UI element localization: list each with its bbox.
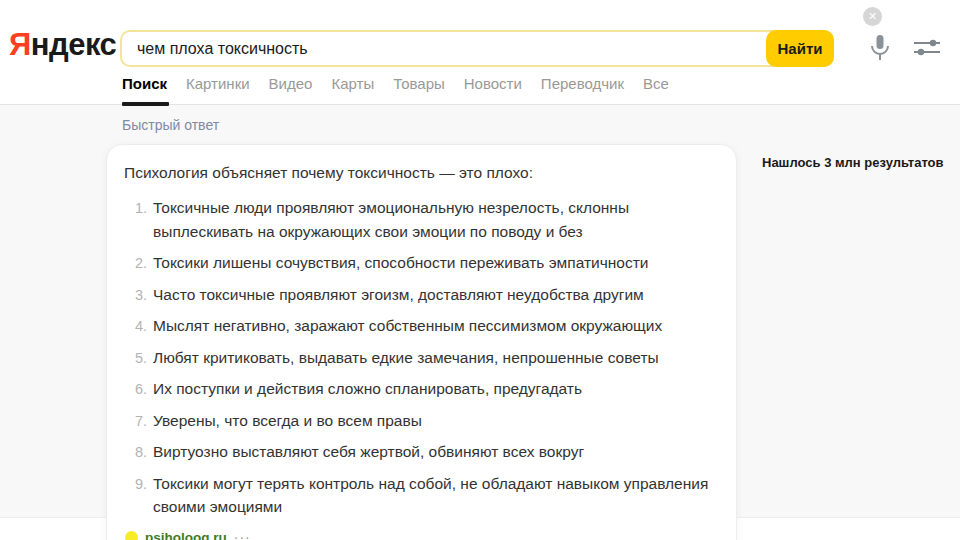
- list-item: Часто токсичные проявляют эгоизм, достав…: [151, 283, 719, 307]
- answer-title: Психология объясняет почему токсичность …: [124, 164, 719, 182]
- search-bar: Найти: [120, 30, 834, 67]
- results-count: Нашлось 3 млн результатов: [762, 155, 944, 170]
- source-domain[interactable]: psiholoog.ru: [145, 530, 227, 540]
- list-item: Виртуозно выставляют себя жертвой, обвин…: [151, 440, 719, 464]
- site-favicon-icon: [125, 531, 138, 540]
- list-item: Токсики лишены сочувствия, способности п…: [151, 251, 719, 275]
- tab-search[interactable]: Поиск: [122, 75, 167, 104]
- tab-translate[interactable]: Переводчик: [541, 75, 624, 104]
- search-input[interactable]: [122, 32, 766, 65]
- tab-maps[interactable]: Карты: [331, 75, 374, 104]
- list-item: Токсичные люди проявляют эмоциональную н…: [151, 196, 719, 243]
- quick-answer-card: Психология объясняет почему токсичность …: [106, 144, 737, 540]
- list-item: Их поступки и действия сложно спланирова…: [151, 377, 719, 401]
- yandex-serp-page: Яндекс Найти ✕ Поиск Картинки Видео Карт…: [0, 0, 960, 540]
- yandex-logo[interactable]: Яндекс: [9, 27, 116, 63]
- microphone-icon[interactable]: [866, 33, 894, 63]
- tab-video[interactable]: Видео: [269, 75, 313, 104]
- source-row: psiholoog.ru ···: [125, 529, 719, 540]
- quick-answer-label: Быстрый ответ: [122, 117, 219, 133]
- settings-sliders-icon[interactable]: [912, 37, 942, 59]
- list-item: Любят критиковать, выдавать едкие замеча…: [151, 346, 719, 370]
- clear-search-icon[interactable]: ✕: [863, 7, 882, 26]
- logo-letter-ya: Я: [9, 27, 31, 62]
- tab-news[interactable]: Новости: [464, 75, 522, 104]
- tab-images[interactable]: Картинки: [186, 75, 250, 104]
- tab-goods[interactable]: Товары: [393, 75, 445, 104]
- list-item: Токсики могут терять контроль над собой,…: [151, 472, 719, 519]
- list-item: Мыслят негативно, заражают собственным п…: [151, 314, 719, 338]
- answer-list: Токсичные люди проявляют эмоциональную н…: [124, 196, 719, 519]
- search-button[interactable]: Найти: [766, 30, 834, 67]
- tab-all[interactable]: Все: [643, 75, 669, 104]
- search-tabs: Поиск Картинки Видео Карты Товары Новост…: [122, 75, 669, 104]
- logo-rest: ндекс: [31, 27, 117, 62]
- more-menu-icon[interactable]: ···: [234, 529, 251, 540]
- list-item: Уверены, что всегда и во всем правы: [151, 409, 719, 433]
